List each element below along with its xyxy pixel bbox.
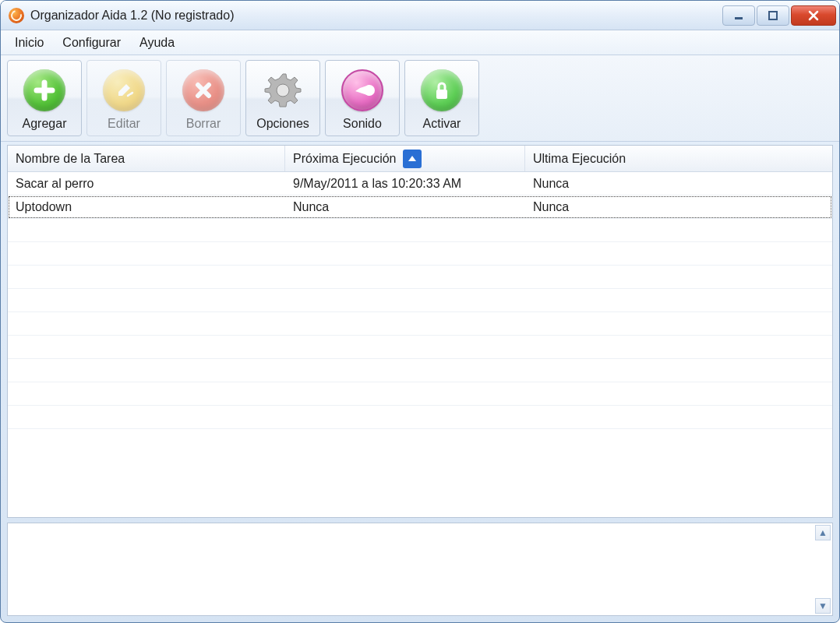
svg-point-3 bbox=[364, 85, 375, 96]
scroll-down-icon[interactable]: ▼ bbox=[815, 598, 831, 614]
table-row[interactable] bbox=[8, 336, 832, 359]
edit-label: Editar bbox=[108, 117, 140, 131]
maximize-button[interactable] bbox=[757, 5, 789, 26]
add-label: Agregar bbox=[23, 117, 67, 131]
menu-ayuda[interactable]: Ayuda bbox=[132, 33, 182, 53]
table-row[interactable] bbox=[8, 219, 832, 242]
column-name[interactable]: Nombre de la Tarea bbox=[8, 146, 285, 171]
table-header: Nombre de la Tarea Próxima Ejecución Ult… bbox=[8, 146, 832, 172]
column-next[interactable]: Próxima Ejecución bbox=[285, 146, 525, 171]
table-row[interactable] bbox=[8, 289, 832, 312]
edit-button[interactable]: Editar bbox=[86, 60, 161, 136]
menubar: Inicio Configurar Ayuda bbox=[1, 30, 839, 55]
add-button[interactable]: Agregar bbox=[7, 60, 82, 136]
activate-label: Activar bbox=[423, 117, 461, 131]
toolbar: Agregar Editar Borrar bbox=[1, 55, 839, 142]
cross-icon bbox=[182, 67, 224, 114]
delete-label: Borrar bbox=[186, 117, 221, 131]
gear-icon bbox=[262, 67, 304, 114]
activate-button[interactable]: Activar bbox=[404, 60, 479, 136]
sound-label: Sonido bbox=[343, 117, 382, 131]
sort-ascending-icon bbox=[403, 150, 422, 168]
details-panel: ▲ ▼ bbox=[7, 523, 833, 616]
close-icon bbox=[807, 9, 820, 22]
lock-icon bbox=[421, 67, 463, 114]
cell-name: Uptodown bbox=[8, 195, 285, 218]
table-row[interactable] bbox=[8, 406, 832, 429]
scroll-up-icon[interactable]: ▲ bbox=[815, 525, 831, 540]
window-controls bbox=[722, 5, 836, 26]
titlebar[interactable]: Organizador Aida 1.2 (No registrado) bbox=[1, 1, 839, 30]
pencil-icon bbox=[103, 67, 145, 114]
cell-next: 9/May/2011 a las 10:20:33 AM bbox=[285, 172, 525, 195]
megaphone-icon bbox=[341, 67, 383, 114]
table-row[interactable]: Uptodown Nunca Nunca bbox=[8, 195, 832, 219]
maximize-icon bbox=[768, 10, 778, 21]
app-window: Organizador Aida 1.2 (No registrado) Ini… bbox=[0, 0, 840, 623]
cell-next: Nunca bbox=[285, 195, 525, 218]
menu-inicio[interactable]: Inicio bbox=[7, 33, 51, 53]
minimize-button[interactable] bbox=[722, 5, 755, 26]
column-next-label: Próxima Ejecución bbox=[293, 152, 397, 166]
svg-rect-4 bbox=[436, 90, 447, 99]
options-button[interactable]: Opciones bbox=[245, 60, 320, 136]
table-row[interactable] bbox=[8, 382, 832, 406]
svg-rect-1 bbox=[769, 12, 777, 19]
task-table: Nombre de la Tarea Próxima Ejecución Ult… bbox=[7, 145, 833, 518]
content-area: Nombre de la Tarea Próxima Ejecución Ult… bbox=[7, 145, 833, 616]
svg-rect-0 bbox=[735, 17, 743, 19]
column-last-label: Ultima Ejecución bbox=[533, 152, 626, 166]
sound-button[interactable]: Sonido bbox=[325, 60, 400, 136]
window-title: Organizador Aida 1.2 (No registrado) bbox=[30, 9, 722, 23]
cell-name: Sacar al perro bbox=[8, 172, 285, 195]
vertical-scrollbar[interactable]: ▲ ▼ bbox=[815, 525, 831, 614]
table-row[interactable] bbox=[8, 266, 832, 289]
table-row[interactable] bbox=[8, 359, 832, 382]
table-row[interactable] bbox=[8, 312, 832, 336]
options-label: Opciones bbox=[256, 117, 309, 131]
delete-button[interactable]: Borrar bbox=[166, 60, 241, 136]
cell-last: Nunca bbox=[525, 172, 832, 195]
menu-configurar[interactable]: Configurar bbox=[55, 33, 129, 53]
column-name-label: Nombre de la Tarea bbox=[16, 152, 125, 166]
svg-point-2 bbox=[277, 84, 289, 97]
column-last[interactable]: Ultima Ejecución bbox=[525, 146, 832, 171]
close-button[interactable] bbox=[791, 5, 836, 26]
plus-icon bbox=[23, 67, 65, 114]
table-row[interactable] bbox=[8, 242, 832, 266]
table-row[interactable]: Sacar al perro 9/May/2011 a las 10:20:33… bbox=[8, 172, 832, 195]
cell-last: Nunca bbox=[525, 195, 832, 218]
table-body: Sacar al perro 9/May/2011 a las 10:20:33… bbox=[8, 172, 832, 517]
minimize-icon bbox=[733, 10, 744, 21]
app-icon bbox=[9, 8, 24, 23]
